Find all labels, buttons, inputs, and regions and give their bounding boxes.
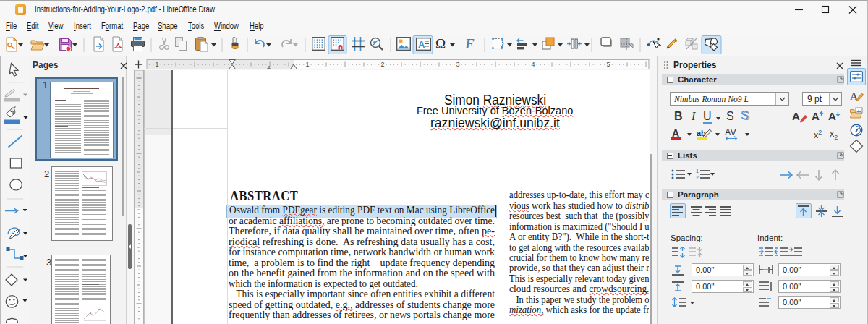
svg-text:1: 1 bbox=[155, 61, 158, 68]
svg-text:ab: ab bbox=[697, 129, 706, 137]
svg-text:AV: AV bbox=[725, 128, 736, 137]
svg-text:1: 1 bbox=[696, 169, 699, 174]
svg-text:2: 2 bbox=[380, 61, 384, 68]
svg-text:A: A bbox=[672, 128, 679, 139]
svg-text:1: 1 bbox=[305, 61, 309, 68]
svg-text:F: F bbox=[464, 36, 475, 51]
svg-text:A: A bbox=[792, 110, 800, 122]
svg-text:4: 4 bbox=[531, 61, 535, 68]
svg-text:5: 5 bbox=[606, 61, 610, 68]
svg-text:2: 2 bbox=[696, 175, 699, 180]
svg-text:A: A bbox=[828, 110, 836, 122]
svg-text:3: 3 bbox=[456, 61, 459, 68]
svg-text:A: A bbox=[418, 39, 425, 50]
svg-text:Ω: Ω bbox=[435, 36, 446, 51]
svg-text:A: A bbox=[812, 110, 820, 122]
